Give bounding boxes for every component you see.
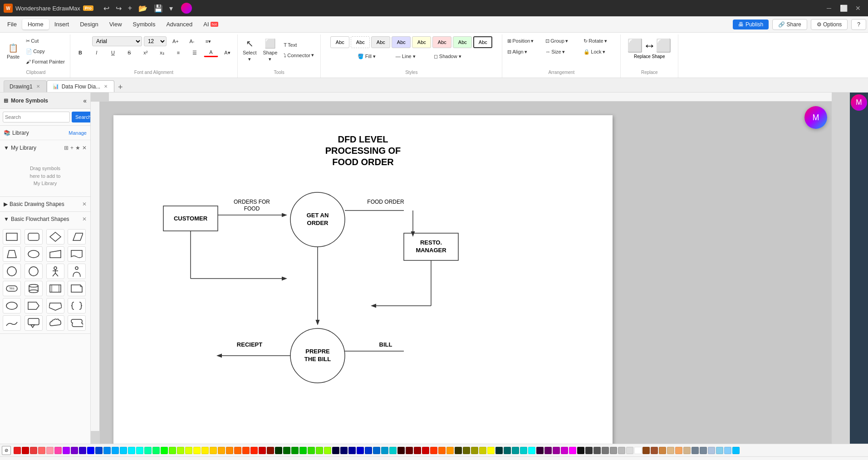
shape-brace[interactable]	[68, 298, 86, 313]
size-button[interactable]: ↔ Size ▾	[543, 47, 579, 56]
replace-shape-button[interactable]: ⬜↔⬜ Replace Shape	[623, 36, 675, 61]
color-swatch[interactable]	[406, 447, 413, 454]
shape-rectangle[interactable]	[3, 229, 21, 245]
redo-button[interactable]: ↪	[114, 3, 123, 14]
strikethrough-button[interactable]: S	[122, 49, 137, 57]
color-swatch[interactable]	[136, 447, 143, 454]
color-swatch[interactable]	[226, 447, 233, 454]
tab-drawing1[interactable]: Drawing1 ✕	[4, 80, 47, 92]
shape-wave[interactable]	[3, 315, 21, 331]
minimize-button[interactable]: ─	[823, 3, 835, 13]
color-swatch[interactable]	[14, 447, 21, 454]
color-swatch[interactable]	[659, 447, 666, 454]
no-fill-button[interactable]: ⊘	[2, 446, 11, 455]
color-swatch[interactable]	[471, 447, 478, 454]
basic-drawing-header[interactable]: ▶ Basic Drawing Shapes ✕	[0, 197, 90, 211]
color-swatch[interactable]	[422, 447, 429, 454]
color-swatch[interactable]	[569, 447, 576, 454]
basic-drawing-close[interactable]: ✕	[82, 201, 87, 207]
lock-button[interactable]: 🔒 Lock ▾	[581, 47, 618, 56]
shape-manual-input[interactable]	[46, 246, 64, 262]
color-swatch[interactable]	[103, 447, 111, 454]
copy-button[interactable]: 📄 Copy	[24, 47, 67, 56]
tab-drawing1-close[interactable]: ✕	[35, 83, 41, 89]
shape-yes[interactable]: Yes	[3, 281, 21, 296]
shadow-button[interactable]: ◻ Shadow ▾	[432, 52, 468, 61]
cut-button[interactable]: ✂ Cut	[24, 36, 67, 45]
right-tool-main[interactable]: M	[851, 94, 867, 111]
menu-insert[interactable]: Insert	[49, 19, 75, 29]
color-swatch[interactable]	[38, 447, 45, 454]
color-swatch[interactable]	[152, 447, 160, 454]
font-color-button[interactable]: A	[204, 48, 218, 57]
color-swatch[interactable]	[438, 447, 446, 454]
shape-scroll[interactable]	[68, 315, 86, 331]
color-swatch[interactable]	[283, 447, 290, 454]
add-tab-button[interactable]: +	[114, 83, 127, 92]
color-swatch[interactable]	[504, 447, 511, 454]
color-swatch[interactable]	[675, 447, 682, 454]
color-swatch[interactable]	[708, 447, 715, 454]
tab-dataflow[interactable]: 📊 Data Flow Dia... ✕	[47, 80, 114, 92]
color-swatch[interactable]	[446, 447, 454, 454]
subscript-button[interactable]: x₂	[155, 49, 169, 57]
position-button[interactable]: ⊞ Position ▾	[505, 36, 541, 45]
color-swatch[interactable]	[585, 447, 593, 454]
color-swatch[interactable]	[357, 447, 364, 454]
shape-note[interactable]	[68, 281, 86, 296]
color-swatch[interactable]	[561, 447, 568, 454]
align-button[interactable]: ≡▾	[201, 37, 216, 46]
menu-design[interactable]: Design	[74, 19, 103, 29]
color-swatch[interactable]	[700, 447, 707, 454]
basic-flowchart-close[interactable]: ✕	[82, 216, 87, 222]
shape-document[interactable]	[68, 246, 86, 262]
font-family-select[interactable]: Arial	[92, 36, 142, 46]
rotate-button[interactable]: ↻ Rotate ▾	[581, 36, 618, 45]
color-swatch[interactable]	[275, 447, 282, 454]
color-swatch[interactable]	[487, 447, 495, 454]
tab-dataflow-close[interactable]: ✕	[103, 83, 108, 89]
color-swatch[interactable]	[553, 447, 560, 454]
color-swatch[interactable]	[691, 447, 699, 454]
color-swatch[interactable]	[610, 447, 617, 454]
color-swatch[interactable]	[201, 447, 209, 454]
canvas-container[interactable]: DFD LEVEL PROCESSING OF FOOD ORDER CUSTO…	[100, 102, 832, 444]
list2-button[interactable]: ☰	[187, 49, 202, 57]
menu-file[interactable]: File	[2, 19, 22, 29]
save-button[interactable]: 💾	[152, 3, 165, 14]
color-swatch[interactable]	[683, 447, 691, 454]
publish-button[interactable]: 🖶 Publish	[733, 20, 769, 29]
color-swatch[interactable]	[414, 447, 421, 454]
style-btn-8[interactable]: Abc	[473, 36, 492, 48]
color-swatch[interactable]	[30, 447, 37, 454]
color-swatch[interactable]	[299, 447, 307, 454]
format-painter-button[interactable]: 🖌 Format Painter	[24, 57, 67, 66]
color-swatch[interactable]	[63, 447, 70, 454]
canvas-area[interactable]: /* ruler ticks */ DFD LEVEL PROCESSING O…	[91, 93, 850, 444]
shape-person2[interactable]	[68, 264, 86, 279]
color-swatch[interactable]	[602, 447, 609, 454]
search-input[interactable]	[3, 112, 70, 122]
manage-link[interactable]: Manage	[69, 130, 87, 136]
options-button[interactable]: ⚙ Options	[811, 19, 848, 30]
color-swatch[interactable]	[259, 447, 266, 454]
italic-button[interactable]: I	[89, 49, 104, 57]
color-swatch[interactable]	[512, 447, 519, 454]
color-swatch[interactable]	[536, 447, 544, 454]
color-swatch[interactable]	[218, 447, 225, 454]
my-library-header[interactable]: ▼ My Library ⊞ + ★ ✕	[0, 140, 90, 156]
color-swatch[interactable]	[71, 447, 78, 454]
share-button[interactable]: 🔗 Share	[772, 19, 807, 30]
color-swatch[interactable]	[577, 447, 584, 454]
shape-button[interactable]: ⬜ Shape ▾	[260, 36, 280, 64]
color-swatch[interactable]	[112, 447, 119, 454]
color-swatch[interactable]	[193, 447, 201, 454]
bold-button[interactable]: B	[73, 49, 88, 57]
color-swatch[interactable]	[267, 447, 274, 454]
add-icon[interactable]: +	[70, 145, 74, 151]
color-swatch[interactable]	[479, 447, 486, 454]
color-swatch[interactable]	[593, 447, 601, 454]
close-button[interactable]: ✕	[852, 3, 864, 13]
color-swatch[interactable]	[495, 447, 503, 454]
shape-diamond[interactable]	[46, 229, 64, 245]
